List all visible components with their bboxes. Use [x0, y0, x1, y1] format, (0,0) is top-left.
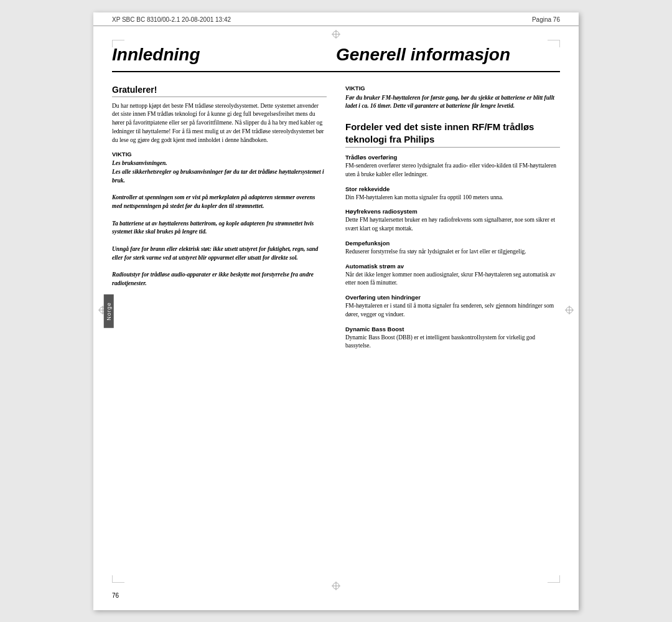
feature-item-4: Automatisk strøm avNår det ikke lenger k…	[345, 263, 560, 288]
feature-text-3: Reduserer forstyrrelse fra støy når lyds…	[345, 248, 560, 257]
feature-item-0: Trådløs overføringFM-senderen overfører …	[345, 154, 560, 179]
corner-br-v	[559, 575, 560, 583]
header-left: XP SBC BC 8310/00-2.1 20-08-2001 13:42	[112, 16, 231, 23]
feature-heading-0: Trådløs overføring	[345, 154, 560, 161]
gratulerer-heading: Gratulerer!	[112, 85, 327, 97]
feature-heading-3: Dempefunksjon	[345, 240, 560, 247]
viktig-text-right: Før du bruker FM-høyttaleren for første …	[345, 94, 560, 111]
feature-text-2: Dette FM høyttalersettet bruker en høy r…	[345, 216, 560, 233]
feature-heading-6: Dynamic Bass Boost	[345, 326, 560, 332]
page-container: XP SBC BC 8310/00-2.1 20-08-2001 13:42 P…	[93, 12, 579, 610]
feature-heading-2: Høyfrekvens radiosystem	[345, 208, 560, 215]
two-columns: Gratulerer! Du har nettopp kjøpt det bes…	[112, 85, 560, 357]
title-right: Generell informasjon	[336, 45, 560, 65]
header-right: Pagina 76	[532, 16, 560, 23]
viktig-line-4: Unngå fare for brann eller elektrisk stø…	[112, 246, 318, 261]
feature-text-0: FM-senderen overfører stereo lydsignalet…	[345, 162, 560, 179]
col-left: Gratulerer! Du har nettopp kjøpt det bes…	[112, 85, 327, 357]
titles-row: Innledning Generell informasjon	[112, 45, 560, 72]
feature-item-2: Høyfrekvens radiosystemDette FM høyttale…	[345, 208, 560, 233]
viktig-content-left: Les bruksanvisningen. Les alle sikkerhet…	[112, 159, 327, 288]
feature-item-1: Stor rekkeviddeDin FM-høyttaleren kan mo…	[345, 186, 560, 202]
viktig-line-3: Ta batteriene ut av høyttalerens batteri…	[112, 220, 314, 235]
feature-item-5: Overføring uten hindringerFM-høyttaleren…	[345, 294, 560, 319]
feature-section-heading: Fordeler ved det siste innen RF/FM trådl…	[345, 121, 560, 148]
feature-item-3: DempefunksjonReduserer forstyrrelse fra …	[345, 240, 560, 257]
feature-heading-5: Overføring uten hindringer	[345, 294, 560, 301]
feature-text-5: FM-høyttaleren er i stand til å motta si…	[345, 302, 560, 319]
page-content: Innledning Generell informasjon Gratuler…	[93, 26, 579, 382]
features-list: Trådløs overføringFM-senderen overfører …	[345, 154, 560, 351]
viktig-heading-right: VIKTIG	[345, 85, 560, 92]
corner-bl-h	[112, 582, 124, 583]
viktig-line-5: Radioutstyr for trådløse audio-apparater…	[112, 271, 314, 286]
feature-item-6: Dynamic Bass BoostDynamic Bass Boost (DB…	[345, 326, 560, 351]
viktig-heading-left: VIKTIG	[112, 151, 327, 158]
feature-text-4: Når det ikke lenger kommer noen audiosig…	[345, 271, 560, 288]
viktig-line-2: Kontroller at spenningen som er vist på …	[112, 194, 315, 209]
feature-text-6: Dynamic Bass Boost (DBB) er et intellige…	[345, 334, 560, 351]
viktig-line-1: Les bruksanvisningen. Les alle sikkerhet…	[112, 160, 324, 184]
corner-br-h	[548, 582, 560, 583]
title-left: Innledning	[112, 45, 336, 65]
viktig-box-right: VIKTIG Før du bruker FM-høyttaleren for …	[345, 85, 560, 111]
corner-bl-v	[112, 575, 113, 583]
page-header: XP SBC BC 8310/00-2.1 20-08-2001 13:42 P…	[93, 12, 579, 26]
col-right: VIKTIG Før du bruker FM-høyttaleren for …	[345, 85, 560, 357]
gratulerer-text: Du har nettopp kjøpt det beste FM trådlø…	[112, 102, 327, 145]
page-number: 76	[112, 592, 119, 599]
reg-mark-bottom	[332, 582, 340, 593]
feature-text-1: Din FM-høyttaleren kan motta signaler fr…	[345, 194, 560, 202]
feature-heading-1: Stor rekkevidde	[345, 186, 560, 192]
feature-heading-4: Automatisk strøm av	[345, 263, 560, 270]
